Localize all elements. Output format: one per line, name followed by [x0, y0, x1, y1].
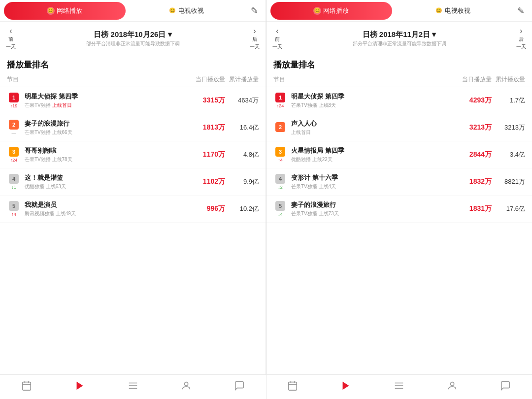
svg-marker-13: [343, 382, 349, 390]
nav-item-0[interactable]: [266, 375, 320, 399]
svg-marker-4: [76, 382, 83, 390]
show-info: 这！就是灌篮优酷独播 上线63天: [25, 173, 192, 190]
show-title: 火星情报局 第四季: [291, 146, 458, 155]
col-header-name: 节目: [7, 75, 192, 84]
table-row[interactable]: 4↓2变形计 第十六季芒果TV独播 上线4天1832万8821万: [266, 168, 532, 196]
tab-label: 电视收视: [178, 6, 204, 15]
next-arrow-icon: ›: [520, 27, 522, 35]
show-info: 妻子的浪漫旅行芒果TV独播 上线73天: [291, 200, 458, 217]
nav-item-0[interactable]: [0, 375, 53, 399]
face-icon-active: 😊: [313, 7, 321, 15]
extra-label: 上线首日: [52, 102, 72, 108]
nav-item-1[interactable]: [319, 375, 372, 399]
bottom-nav-right: [266, 375, 532, 399]
rank-change: ↓4: [278, 212, 283, 217]
nav-item-4[interactable]: [479, 375, 532, 399]
extra-label: 上线首日: [291, 130, 311, 135]
tab-bar: 😊网络播放😊电视收视✎: [266, 0, 532, 22]
rank-change: ↑24: [277, 103, 284, 108]
table-row[interactable]: 3↑4火星情报局 第四季优酷独播 上线22天2844万3.4亿: [266, 141, 532, 168]
total-plays: 9.9亿: [225, 177, 259, 186]
nav-item-3[interactable]: [160, 375, 213, 399]
total-plays: 3213万: [492, 123, 525, 132]
tab-tv[interactable]: 😊电视收视: [126, 2, 247, 20]
platform-label: 腾讯视频独播: [25, 211, 56, 216]
table-row[interactable]: 1↑19明星大侦探 第四季芒果TV独播 上线首日3315万4634万: [0, 87, 266, 114]
show-title: 这！就是灌篮: [25, 173, 192, 182]
tab-network[interactable]: 😊网络播放: [4, 2, 126, 20]
rank-indicator: 4↓1: [7, 174, 21, 190]
date-subtitle: 部分平台清理非正常流量可能导致数据下调: [284, 40, 514, 47]
nav-icon-2: [394, 380, 404, 394]
panel-left: 😊网络播放😊电视收视✎‹前一天日榜 2018年10月26日 ▾部分平台清理非正常…: [0, 0, 266, 374]
rank-change: ↑19: [10, 103, 18, 108]
tab-network[interactable]: 😊网络播放: [270, 2, 392, 20]
rank-badge: 3: [275, 147, 285, 157]
face-icon-active: 😊: [47, 7, 55, 15]
table-row[interactable]: 2声入人心上线首日3213万3213万: [266, 114, 532, 141]
rank-badge: 2: [275, 122, 285, 132]
show-title: 明星大侦探 第四季: [25, 92, 192, 101]
nav-item-4[interactable]: [213, 375, 266, 399]
table-header: 节目当日播放量累计播放量: [266, 72, 532, 87]
prev-arrow-icon: ‹: [276, 27, 278, 35]
platform-label: 芒果TV独播: [291, 184, 319, 189]
show-info: 哥哥别闹啦芒果TV独播 上线78天: [25, 146, 192, 163]
nav-item-2[interactable]: [372, 375, 426, 399]
platform-label: 芒果TV独播: [25, 102, 52, 108]
show-meta: 芒果TV独播 上线8天: [291, 102, 458, 109]
prev-day-button[interactable]: ‹前一天: [270, 27, 284, 50]
table-row[interactable]: 1↑24明星大侦探 第四季芒果TV独播 上线8天4293万1.7亿: [266, 87, 532, 114]
extra-label: 上线63天: [46, 184, 66, 189]
share-button[interactable]: ✎: [513, 3, 528, 18]
svg-point-17: [451, 382, 454, 386]
nav-icon-3: [181, 380, 192, 394]
show-info: 明星大侦探 第四季芒果TV独播 上线首日: [25, 92, 192, 109]
prev-label: 前: [8, 36, 13, 43]
platform-label: 芒果TV独播: [25, 130, 52, 135]
platform-label: 优酷独播: [291, 157, 312, 162]
total-plays: 4634万: [225, 96, 259, 105]
bottom-nav: [0, 374, 532, 399]
share-button[interactable]: ✎: [247, 3, 262, 18]
date-title[interactable]: 日榜 2018年11月2日 ▾: [284, 30, 514, 39]
next-day-button[interactable]: ›后一天: [248, 27, 262, 50]
date-title[interactable]: 日榜 2018年10月26日 ▾: [18, 30, 248, 39]
next-day-button[interactable]: ›后一天: [514, 27, 528, 50]
show-meta: 腾讯视频独播 上线49天: [25, 210, 192, 217]
prev-day-button[interactable]: ‹前一天: [4, 27, 18, 50]
rank-badge: 5: [275, 201, 285, 211]
next-sub: 一天: [516, 43, 526, 50]
tab-tv[interactable]: 😊电视收视: [392, 2, 514, 20]
show-info: 变形计 第十六季芒果TV独播 上线4天: [291, 173, 458, 190]
daily-plays: 1832万: [458, 177, 492, 186]
table-row[interactable]: 2—妻子的浪漫旅行芒果TV独播 上线66天1813万16.4亿: [0, 114, 266, 141]
rank-badge: 4: [275, 174, 285, 184]
col-header-daily: 当日播放量: [458, 75, 492, 84]
table-row[interactable]: 5↑4我就是演员腾讯视频独播 上线49天996万10.2亿: [0, 196, 266, 223]
table-row[interactable]: 3↑24哥哥别闹啦芒果TV独播 上线78天1170万4.8亿: [0, 141, 266, 168]
date-center: 日榜 2018年11月2日 ▾部分平台清理非正常流量可能导致数据下调: [284, 30, 514, 47]
table-row[interactable]: 4↓1这！就是灌篮优酷独播 上线63天1102万9.9亿: [0, 168, 266, 196]
daily-plays: 2844万: [458, 150, 492, 159]
tab-label: 电视收视: [445, 6, 470, 15]
total-plays: 3.4亿: [492, 150, 525, 159]
rank-badge: 5: [9, 201, 19, 211]
nav-item-2[interactable]: [106, 375, 160, 399]
svg-point-8: [184, 382, 188, 386]
nav-item-1[interactable]: [53, 375, 106, 399]
show-title: 妻子的浪漫旅行: [291, 200, 458, 209]
rank-badge: 2: [9, 120, 19, 130]
daily-plays: 1170万: [192, 150, 225, 159]
daily-plays: 3213万: [458, 123, 492, 132]
col-header-total: 累计播放量: [492, 75, 525, 84]
rank-change: ↓1: [11, 185, 16, 190]
section-title: 播放量排名: [266, 53, 532, 72]
show-meta: 上线首日: [291, 129, 458, 136]
nav-item-3[interactable]: [426, 375, 479, 399]
table-row[interactable]: 5↓4妻子的浪漫旅行芒果TV独播 上线73天1831万17.6亿: [266, 196, 532, 223]
show-title: 哥哥别闹啦: [25, 146, 192, 155]
show-title: 我就是演员: [25, 200, 192, 209]
show-meta: 芒果TV独播 上线73天: [291, 210, 458, 217]
rank-badge: 3: [9, 147, 19, 157]
